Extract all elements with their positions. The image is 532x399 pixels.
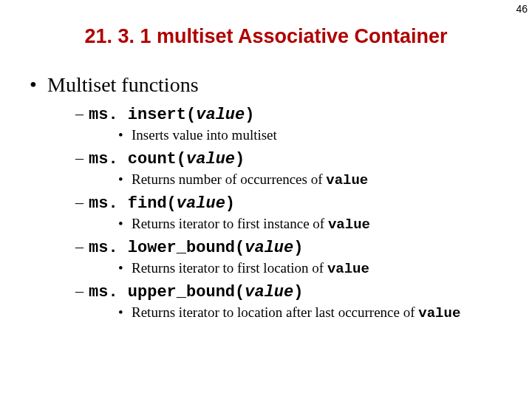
dash-icon: – [75,282,89,301]
dash-icon: – [75,149,89,168]
bullet-level2: –ms. count(value) [75,149,532,168]
code-post: ) [245,106,254,124]
desc-text: Returns iterator to location after last … [132,304,418,320]
code-pre: ms. count( [89,150,186,168]
code-pre: ms. find( [89,194,177,213]
code-post: ) [293,239,303,257]
code-pre: ms. lower_bound( [89,239,245,257]
desc-text: Returns iterator to first instance of [132,216,328,231]
bullet-level2: –ms. find(value) [75,193,532,213]
dash-icon: – [75,193,89,212]
desc-code: value [327,261,369,277]
level1-text: Multiset functions [47,73,199,96]
desc-code: value [418,305,460,321]
code-arg: value [196,106,245,124]
desc-code: value [328,216,370,233]
desc-text: Returns number of occurrences of [132,171,326,187]
bullet-level3: •Returns number of occurrences of value [118,171,532,188]
bullet-level3: •Inserts value into multiset [118,127,532,144]
bullet-level1: •Multiset functions [30,73,532,97]
slide-title: 21. 3. 1 multiset Associative Container [0,25,532,48]
desc-code: value [326,172,368,188]
bullet-level3: •Returns iterator to first instance of v… [118,216,532,233]
page-number: 46 [516,3,528,15]
code-post: ) [293,283,303,301]
bullet-icon: • [118,260,132,276]
code-post: ) [235,150,245,168]
code-pre: ms. insert( [89,106,196,124]
bullet-icon: • [118,127,132,143]
code-arg: value [245,283,293,301]
dash-icon: – [75,104,89,123]
code-pre: ms. upper_bound( [89,283,245,301]
bullet-level3: •Returns iterator to first location of v… [118,260,532,277]
bullet-level2: –ms. insert(value) [75,104,532,124]
desc-text: Returns iterator to first location of [132,260,327,276]
code-post: ) [225,194,235,213]
bullet-icon: • [118,216,132,232]
code-arg: value [245,239,293,257]
bullet-icon: • [118,171,132,188]
code-arg: value [177,194,225,213]
slide-content: •Multiset functions –ms. insert(value) •… [30,73,532,321]
bullet-icon: • [118,304,132,321]
dash-icon: – [75,237,89,256]
bullet-level2: –ms. upper_bound(value) [75,282,532,301]
bullet-level3: •Returns iterator to location after last… [118,304,532,321]
code-arg: value [186,150,235,168]
bullet-level2: –ms. lower_bound(value) [75,237,532,257]
desc-text: Inserts value into multiset [132,127,277,143]
bullet-icon: • [30,73,47,97]
